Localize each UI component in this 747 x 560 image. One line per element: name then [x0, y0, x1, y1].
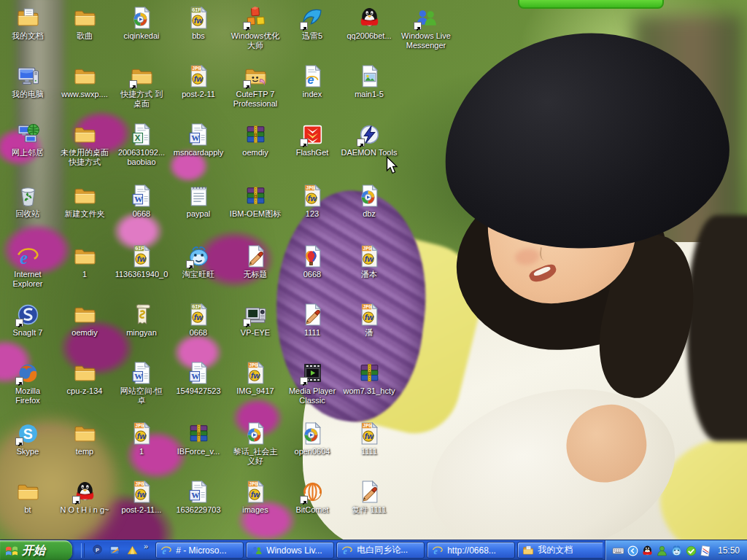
- desktop-icon-images[interactable]: JPGfwimages: [228, 480, 282, 515]
- desktop-icon-1136361940-0[interactable]: GIFfw1136361940_0: [115, 244, 169, 279]
- desktop-icon-post-2-11[interactable]: JPGfwpost-2-11...: [115, 480, 169, 515]
- desktop-icon-snagit-7[interactable]: SnagIt 7: [1, 303, 55, 338]
- desktop-icon-1[interactable]: JPGfw1: [115, 421, 169, 456]
- folder-icon: [73, 244, 97, 268]
- desktop-icon-windows[interactable]: Windows优化 大师: [228, 6, 282, 50]
- desktop-icon-vp-eye[interactable]: VP-EYE: [228, 303, 282, 338]
- paintdoc-icon: [357, 480, 382, 504]
- desktop-icon-0668[interactable]: GIFfw0668: [171, 303, 225, 338]
- desktop-icon-ciqinkedai[interactable]: ciqinkedai: [115, 6, 169, 41]
- desktop-icon-wom7-31-hcty[interactable]: wom7.31_hcty: [342, 361, 396, 396]
- mycomputer-icon: [16, 64, 40, 88]
- desktop-icon-main1-5[interactable]: main1-5: [342, 64, 396, 99]
- desktop-icon-www-swxp[interactable]: www.swxp....: [58, 64, 112, 99]
- desktop-icon-qq2006bet[interactable]: qq2006bet...: [342, 6, 396, 41]
- desktop-icon-200631092-baobiao[interactable]: X200631092... baobiao: [115, 122, 169, 167]
- desktop-icon-ibforce-v[interactable]: IBForce_v...: [171, 421, 225, 456]
- desktop-icon-item-1[interactable]: 歌曲: [58, 6, 112, 41]
- desktop-icon-skype[interactable]: SSkype: [1, 421, 55, 456]
- desktop-icon-msncardapply[interactable]: Wmsncardapply: [171, 122, 225, 158]
- desktop-icon-123[interactable]: JPGfw123: [285, 184, 339, 219]
- desktop-icon-1111[interactable]: 复件 1111: [342, 480, 396, 515]
- svg-text:fw: fw: [250, 371, 260, 380]
- svg-text:fw: fw: [250, 490, 260, 499]
- desktop-icon-item-8[interactable]: 我的电脑: [1, 64, 55, 99]
- tray-keyboard-icon[interactable]: [612, 545, 624, 557]
- desktop-icon-oemdiy[interactable]: oemdiy: [58, 303, 112, 338]
- desktop-icon-item-42[interactable]: JPGfw潘: [342, 303, 396, 338]
- balloonimg-icon: [301, 244, 325, 268]
- desktop-icon-label: dbz: [333, 209, 405, 219]
- tray-collapse-chevron-icon[interactable]: [627, 545, 639, 557]
- taskbar-task-button[interactable]: ehttp://0668...: [427, 542, 515, 559]
- desktop-icon-5[interactable]: 迅雷5: [285, 6, 339, 41]
- desktop-icon-index[interactable]: eindex: [285, 64, 339, 99]
- desktop-icon-1636229703[interactable]: W1636229703: [171, 480, 225, 515]
- taskbar-task-button[interactable]: e# - Microso...: [155, 542, 244, 559]
- desktop-icon-bitcomet[interactable]: BitComet: [285, 480, 339, 515]
- desktop-icon-1111[interactable]: 1111: [285, 303, 339, 338]
- desktop-icon-label: wom7.31_hcty: [333, 386, 405, 396]
- folder-icon: [73, 122, 97, 147]
- desktop-icon-temp[interactable]: temp: [58, 421, 112, 456]
- ie-icon: e: [16, 244, 40, 268]
- desktop-icon-0668[interactable]: 0668: [285, 244, 339, 279]
- folder-icon: [73, 64, 97, 88]
- desktop-icon-item-22[interactable]: 回收站: [1, 184, 55, 219]
- desktop-icon-cuteftp-7-professional[interactable]: CuteFTP 7 Professional: [228, 64, 282, 109]
- start-button[interactable]: 开始: [0, 540, 72, 560]
- desktop-icon-oemdiy[interactable]: oemdiy: [228, 122, 282, 158]
- desktop-icon-item-33[interactable]: 无标题: [228, 244, 282, 279]
- desktop-icon-item-15[interactable]: 网上邻居: [1, 122, 55, 158]
- desktop-icon-img-9417[interactable]: JPGfwIMG_9417: [228, 361, 282, 396]
- desktop-icon-mozilla-firefox[interactable]: Mozilla Firefox: [1, 361, 55, 405]
- desktop-icon-windows-live-messenger[interactable]: Windows Live Messenger: [399, 6, 453, 50]
- quick-launch-handle[interactable]: [81, 543, 85, 558]
- desktop-icon-flashget[interactable]: FlashGet: [285, 122, 339, 158]
- desktop-icon-mingyan[interactable]: mingyan: [115, 303, 169, 338]
- taskbar: 开始 P» e# - Microso...Windows Liv...e电白同乡…: [0, 540, 747, 560]
- desktop-icon-grid: 我的文档歌曲ciqinkedaiGIFfwbbsWindows优化 大师迅雷5q…: [0, 0, 747, 540]
- taskbar-task-button[interactable]: 我的文档: [517, 542, 603, 559]
- taskbar-task-button[interactable]: e电白同乡论...: [336, 542, 425, 559]
- desktop-icon-item-35[interactable]: JPGfw潘本: [342, 244, 396, 279]
- desktop-icon-dbz[interactable]: dbz: [342, 184, 396, 219]
- desktop-icon-item-32[interactable]: 淘宝旺旺: [171, 244, 225, 279]
- svg-text:W: W: [134, 372, 143, 381]
- qq-icon: [357, 6, 382, 30]
- firefox-icon: [16, 361, 40, 385]
- desktop-icon-item-16[interactable]: 未使用的桌面 快捷方式: [58, 122, 112, 167]
- tray-msn-status-icon[interactable]: [656, 545, 668, 557]
- desktop-icon-internet-explorer[interactable]: eInternet Explorer: [1, 244, 55, 289]
- tray-pen-document-icon[interactable]: [700, 545, 712, 557]
- desktop-icon-daemon-tools[interactable]: DAEMON Tools: [342, 122, 396, 158]
- desktop-icon-1549427523[interactable]: W1549427523: [171, 361, 225, 396]
- ietask-icon: e: [160, 545, 172, 556]
- desktop-icon-post-2-11[interactable]: JPGfwpost-2-11: [171, 64, 225, 99]
- quick-launch-p-bubble-icon[interactable]: P: [91, 544, 104, 556]
- taskbar-task-button[interactable]: Windows Liv...: [246, 542, 334, 559]
- tray-skype-status-icon[interactable]: [685, 545, 697, 557]
- desktop-icon-0668[interactable]: W0668: [115, 184, 169, 219]
- desktop-icon-open0604[interactable]: open0604: [285, 421, 339, 456]
- quick-launch-pyramid-icon[interactable]: [126, 544, 139, 556]
- desktop-icon-bt[interactable]: bt: [1, 480, 55, 515]
- desktop-icon-item-45[interactable]: W网站空间-恒 卓: [115, 361, 169, 405]
- tray-wangwang-icon[interactable]: [670, 545, 683, 557]
- desktop-icon-media-player-classic[interactable]: Media Player Classic: [285, 361, 339, 405]
- tray-qq-icon[interactable]: [641, 545, 654, 557]
- desktop-icon-cpu-z-134[interactable]: cpu-z-134: [58, 361, 112, 396]
- quick-launch-overflow-chevron[interactable]: »: [144, 542, 148, 550]
- desktop-icon-item-0[interactable]: 我的文档: [1, 6, 55, 41]
- desktop-icon-bbs[interactable]: GIFfwbbs: [171, 6, 225, 41]
- desktop-icon-item-54[interactable]: 黎话_社会主 义好: [228, 421, 282, 466]
- desktop-icon-item-23[interactable]: 新建文件夹: [58, 184, 112, 219]
- desktop-icon-ibm-oem[interactable]: IBM-OEM图标: [228, 184, 282, 219]
- quick-launch-window-swoosh-icon[interactable]: [109, 544, 121, 556]
- desktop-icon-n-o-t-h-i-n-g[interactable]: N O t H i n g~: [58, 480, 112, 515]
- desktop-icon-item-10[interactable]: 快捷方式 到 桌面: [115, 64, 169, 109]
- desktop-icon-1111[interactable]: JPGfw1111: [342, 421, 396, 456]
- desktop-icon-1[interactable]: 1: [58, 244, 112, 279]
- desktop-icon-paypal[interactable]: paypal: [171, 184, 225, 219]
- mediadoc-icon: [244, 421, 268, 446]
